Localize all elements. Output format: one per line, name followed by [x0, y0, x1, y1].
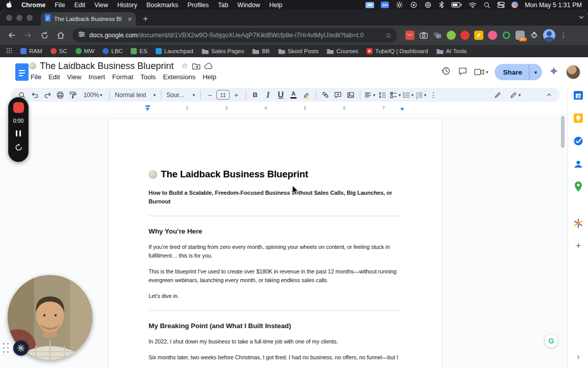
pen-tool-icon[interactable]: [492, 89, 504, 101]
bookmark-folder-skool-posts[interactable]: Skool Posts: [278, 48, 319, 54]
line-spacing-icon[interactable]: [376, 89, 388, 101]
reload-icon[interactable]: [38, 29, 51, 42]
tab-close-icon[interactable]: ×: [128, 16, 132, 22]
green-ring-extension-icon[interactable]: [502, 31, 511, 40]
grammarly-button[interactable]: G: [545, 334, 558, 348]
text-color-button[interactable]: A: [287, 89, 300, 101]
tasks-icon[interactable]: [572, 134, 585, 148]
docs-menu-edit[interactable]: Edit: [45, 72, 63, 82]
address-bar[interactable]: docs.google.com/document/d/1VBX2w9O-5vbj…: [72, 28, 397, 42]
mail-extension-icon[interactable]: [405, 31, 414, 40]
addon-asterisk-icon[interactable]: [572, 217, 585, 230]
recorder-menu-button[interactable]: [13, 340, 29, 356]
add-comment-icon[interactable]: [332, 89, 344, 101]
right-indent-marker[interactable]: [400, 108, 404, 111]
wifi-icon[interactable]: [469, 2, 477, 8]
decrease-font-size-button[interactable]: −: [204, 89, 216, 101]
keep-icon[interactable]: [572, 111, 585, 125]
bookmark-lbc[interactable]: LBC: [103, 48, 122, 54]
spotlight-search-icon[interactable]: [483, 2, 491, 9]
docs-menu-insert[interactable]: Insert: [85, 72, 109, 82]
share-button[interactable]: Share ▾: [495, 64, 542, 80]
bookmark-ram[interactable]: RAM: [20, 48, 42, 54]
docs-menu-format[interactable]: Format: [109, 72, 137, 82]
maps-icon[interactable]: [572, 180, 585, 193]
get-addons-button[interactable]: +: [572, 239, 585, 252]
back-icon[interactable]: [5, 29, 18, 42]
stop-recording-button[interactable]: [13, 102, 24, 113]
insert-link-icon[interactable]: [319, 89, 331, 101]
menubar-item-edit[interactable]: Edit: [74, 2, 85, 9]
meet-caret-icon[interactable]: ▾: [486, 70, 488, 75]
print-icon[interactable]: [54, 89, 66, 101]
docs-menu-tools[interactable]: Tools: [137, 72, 159, 82]
italic-button[interactable]: I: [262, 89, 274, 101]
menubar-item-view[interactable]: View: [94, 2, 108, 9]
share-caret-icon[interactable]: ▾: [529, 64, 542, 80]
checklist-select[interactable]: ▾: [389, 89, 401, 101]
redo-icon[interactable]: [41, 89, 54, 101]
zoom-app-icon[interactable]: zm: [381, 2, 389, 8]
paragraph-style-select[interactable]: Normal text▾: [113, 89, 158, 101]
screenshot-extension-icon[interactable]: [419, 31, 428, 40]
version-history-icon[interactable]: [441, 66, 451, 78]
pause-recording-button[interactable]: [16, 130, 21, 136]
tab-search-chevron-icon[interactable]: [578, 14, 585, 23]
more-toolbar-icon[interactable]: ⋮: [427, 89, 439, 101]
windows-extension-icon[interactable]: [433, 31, 442, 40]
siri-icon[interactable]: [511, 2, 518, 8]
bookmark-folder-bb[interactable]: BB: [252, 48, 270, 54]
menubar-item-help[interactable]: Help: [270, 2, 283, 9]
docs-menu-help[interactable]: Help: [199, 72, 220, 82]
move-folder-icon[interactable]: [192, 62, 201, 70]
cloud-status-icon[interactable]: [204, 62, 213, 70]
left-indent-marker[interactable]: [145, 108, 150, 111]
menubar-item-window[interactable]: Window: [237, 2, 260, 9]
restart-recording-button[interactable]: [14, 143, 23, 154]
apple-logo-icon[interactable]: [6, 1, 12, 9]
app-status-icon[interactable]: [424, 1, 432, 9]
meet-video-icon[interactable]: ▾: [474, 68, 488, 76]
browser-profile-avatar[interactable]: [543, 29, 555, 41]
numbered-list-select[interactable]: 123▾: [414, 89, 427, 101]
home-icon[interactable]: [54, 29, 67, 42]
extensions-puzzle-icon[interactable]: [529, 31, 538, 40]
screen-mirroring-icon[interactable]: [365, 2, 374, 8]
window-zoom-button[interactable]: [27, 15, 33, 21]
pencil-extension-icon[interactable]: [474, 31, 483, 40]
bookmark-launchpad[interactable]: Launchpad: [156, 48, 193, 54]
bold-button[interactable]: B: [249, 89, 261, 101]
contacts-icon[interactable]: [572, 157, 585, 171]
menubar-item-history[interactable]: History: [117, 2, 137, 9]
green-extension-icon[interactable]: [447, 31, 456, 40]
pink-extension-icon[interactable]: [488, 31, 497, 40]
new-tab-button[interactable]: +: [139, 12, 152, 26]
bookmark-folder-sales-pages[interactable]: Sales Pages: [202, 48, 244, 54]
scrollbar-thumb[interactable]: [561, 116, 565, 148]
forward-icon[interactable]: [21, 29, 35, 42]
calendar-icon[interactable]: 31: [572, 88, 585, 102]
menubar-item-chrome[interactable]: Chrome: [21, 2, 45, 9]
docs-menu-file[interactable]: File: [27, 72, 45, 82]
hide-side-panel-icon[interactable]: ›: [572, 350, 585, 363]
doc-title[interactable]: The Laidback Business Blueprint: [40, 61, 174, 72]
widget-drag-handle[interactable]: [3, 343, 9, 353]
menubar-item-file[interactable]: File: [55, 2, 65, 9]
menubar-item-tab[interactable]: Tab: [218, 2, 228, 9]
browser-menu-icon[interactable]: ⋮: [560, 31, 567, 39]
apps-grid-icon[interactable]: [6, 48, 12, 55]
comments-icon[interactable]: [458, 66, 468, 78]
star-doc-icon[interactable]: ☆: [181, 61, 188, 71]
undo-icon[interactable]: [29, 89, 41, 101]
docs-menu-extensions[interactable]: Extensions: [159, 72, 199, 82]
insert-image-icon[interactable]: [345, 89, 357, 101]
editing-mode-select[interactable]: ▾: [509, 89, 521, 101]
zoom-select[interactable]: 100%▾: [80, 89, 106, 101]
menubar-item-bookmarks[interactable]: Bookmarks: [146, 2, 179, 9]
document-page[interactable]: 🥱 The Laidback Business Blueprint How to…: [108, 119, 443, 368]
window-close-button[interactable]: [6, 15, 12, 21]
align-select[interactable]: ▾: [363, 89, 376, 101]
bookmark-star-icon[interactable]: ☆: [385, 31, 391, 39]
control-center-icon[interactable]: [497, 2, 505, 8]
settings-status-icon[interactable]: [396, 1, 403, 9]
